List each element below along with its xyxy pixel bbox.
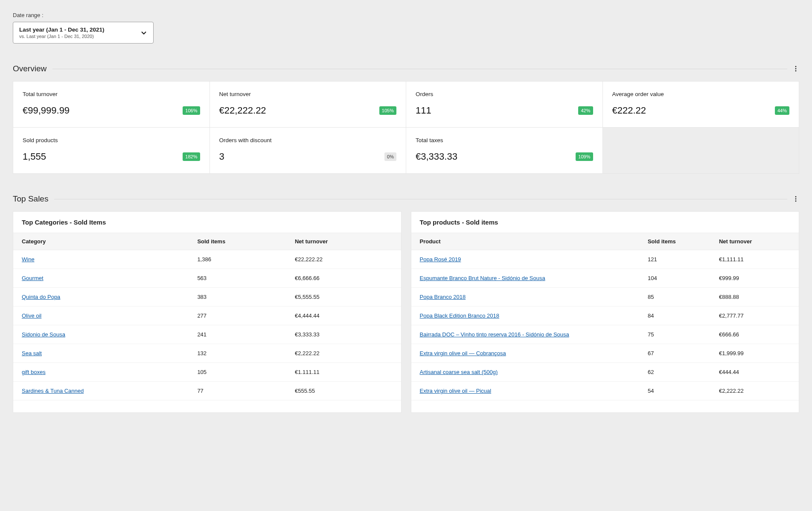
cell-net: €1,999.99 [719, 350, 790, 356]
date-range-primary: Last year (Jan 1 - Dec 31, 2021) [19, 26, 136, 33]
overview-card-value: 111 [416, 105, 431, 116]
cell-net: €999.99 [719, 275, 790, 281]
cell-net: €2,777.77 [719, 312, 790, 319]
product-link[interactable]: Extra virgin olive oil — Cobrançosa [420, 350, 506, 356]
cell-sold: 383 [197, 294, 295, 300]
table-row: Olive oil277€4,444.44 [13, 307, 401, 325]
overview-card-value: 3 [219, 151, 224, 162]
cell-sold: 132 [197, 350, 295, 356]
status-badge: 44% [775, 106, 789, 115]
svg-point-4 [795, 199, 797, 200]
date-range-secondary: vs. Last year (Jan 1 - Dec 31, 2020) [19, 34, 136, 39]
table-row: Extra virgin olive oil — Cobrançosa67€1,… [411, 344, 799, 363]
product-link[interactable]: Bairrada DOC – Vinho tinto reserva 2016 … [420, 331, 569, 338]
table-row: Artisanal coarse sea salt (500g)62€444.4… [411, 363, 799, 382]
cell-sold: 563 [197, 275, 295, 281]
col-header-category: Category [22, 238, 197, 245]
overview-card-label: Total turnover [23, 91, 200, 97]
svg-point-5 [795, 201, 797, 202]
category-link[interactable]: Sea salt [22, 350, 42, 356]
cell-net: €1.111.11 [295, 369, 393, 375]
overview-card[interactable]: Orders with discount30% [210, 128, 406, 173]
divider [52, 69, 787, 69]
overview-card[interactable]: Total taxes€3,333.33109% [406, 128, 602, 173]
category-link[interactable]: Wine [22, 256, 35, 263]
overview-card[interactable]: Sold products1,555182% [13, 128, 210, 173]
top-products-panel: Top products - Sold items Product Sold i… [411, 211, 800, 413]
table-row: Popa Black Edition Branco 201884€2,777.7… [411, 307, 799, 325]
status-badge: 109% [576, 152, 593, 161]
top-products-title: Top products - Sold items [411, 212, 799, 233]
overview-title: Overview [13, 64, 52, 73]
cell-net: €5,555.55 [295, 294, 393, 300]
top-sales-title: Top Sales [13, 194, 54, 204]
overview-card[interactable]: Orders11142% [406, 82, 602, 127]
overview-card[interactable]: Total turnover€99,999.99106% [13, 82, 210, 127]
cell-net: €555.55 [295, 388, 393, 394]
product-link[interactable]: Popa Branco 2018 [420, 294, 466, 300]
category-link[interactable]: Sardines & Tuna Canned [22, 388, 84, 394]
product-link[interactable]: Espumante Branco Brut Nature - Sidónio d… [420, 275, 545, 281]
date-range-label: Date range : [13, 12, 799, 18]
table-row: Quinta do Popa383€5,555.55 [13, 288, 401, 307]
category-link[interactable]: Sidonio de Sousa [22, 331, 65, 338]
table-row: Espumante Branco Brut Nature - Sidónio d… [411, 269, 799, 288]
table-row: Popa Branco 201885€888.88 [411, 288, 799, 307]
svg-point-3 [795, 196, 797, 198]
top-products-header: Product Sold items Net turnover [411, 233, 799, 250]
divider [54, 199, 787, 199]
table-row: Sea salt132€2,222.22 [13, 344, 401, 363]
status-badge: 105% [379, 106, 396, 115]
svg-point-0 [795, 66, 797, 67]
category-link[interactable]: gift boxes [22, 369, 46, 375]
overview-card[interactable]: Average order value€222.2244% [603, 82, 799, 127]
top-categories-panel: Top Categories - Sold Items Category Sol… [13, 211, 402, 413]
category-link[interactable]: Olive oil [22, 312, 41, 319]
chevron-down-icon [140, 29, 147, 36]
cell-sold: 85 [648, 294, 719, 300]
table-row: Popa Rosé 2019121€1,111.11 [411, 250, 799, 269]
category-link[interactable]: Quinta do Popa [22, 294, 60, 300]
product-link[interactable]: Popa Black Edition Branco 2018 [420, 312, 499, 319]
status-badge: 106% [183, 106, 200, 115]
cell-sold: 84 [648, 312, 719, 319]
cell-net: €3,333.33 [295, 331, 393, 338]
product-link[interactable]: Artisanal coarse sea salt (500g) [420, 369, 498, 375]
table-row: Gourmet563€6,666.66 [13, 269, 401, 288]
cell-net: €444.44 [719, 369, 790, 375]
status-badge: 0% [384, 152, 396, 161]
overview-card-value: €3,333.33 [416, 151, 457, 162]
product-link[interactable]: Popa Rosé 2019 [420, 256, 461, 263]
category-link[interactable]: Gourmet [22, 275, 44, 281]
overview-empty-cell [603, 128, 799, 173]
cell-sold: 54 [648, 388, 719, 394]
overview-menu-button[interactable] [787, 65, 799, 72]
status-badge: 182% [183, 152, 200, 161]
cell-net: €2,222.22 [295, 350, 393, 356]
overview-grid: Total turnover€99,999.99106%Net turnover… [13, 81, 799, 174]
cell-net: €888.88 [719, 294, 790, 300]
cell-net: €2,222.22 [719, 388, 790, 394]
col-header-sold: Sold items [648, 238, 719, 245]
overview-card-label: Net turnover [219, 91, 397, 97]
date-range-select[interactable]: Last year (Jan 1 - Dec 31, 2021) vs. Las… [13, 22, 154, 44]
overview-card-label: Orders with discount [219, 137, 397, 143]
overview-card-value: €22,222.22 [219, 105, 266, 116]
cell-sold: 67 [648, 350, 719, 356]
overview-card-label: Total taxes [416, 137, 593, 143]
cell-sold: 1,386 [197, 256, 295, 263]
table-row: Bairrada DOC – Vinho tinto reserva 2016 … [411, 325, 799, 344]
cell-net: €22,222.22 [295, 256, 393, 263]
product-link[interactable]: Extra virgin olive oil — Picual [420, 388, 492, 394]
top-categories-header: Category Sold items Net turnover [13, 233, 401, 250]
cell-sold: 75 [648, 331, 719, 338]
cell-net: €4,444.44 [295, 312, 393, 319]
overview-card[interactable]: Net turnover€22,222.22105% [210, 82, 406, 127]
cell-sold: 62 [648, 369, 719, 375]
table-row: Extra virgin olive oil — Picual54€2,222.… [411, 382, 799, 400]
status-badge: 42% [578, 106, 593, 115]
col-header-product: Product [420, 238, 648, 245]
table-row: gift boxes105€1.111.11 [13, 363, 401, 382]
top-categories-title: Top Categories - Sold Items [13, 212, 401, 233]
top-sales-menu-button[interactable] [787, 196, 799, 202]
